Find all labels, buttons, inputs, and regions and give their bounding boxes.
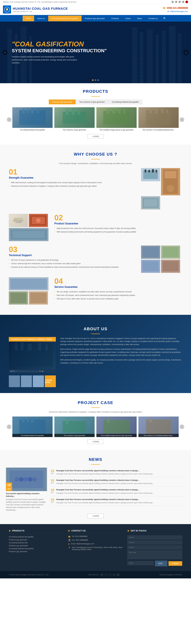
nav-item-news[interactable]: News <box>134 16 145 21</box>
project-prev-arrow[interactable]: ‹ <box>7 424 12 429</box>
news-more-button[interactable]: + MORE <box>87 514 104 518</box>
social-icon-5[interactable]: S <box>185 0 188 3</box>
nav-item-products[interactable]: Products <box>108 16 122 21</box>
product-img-1 <box>54 107 95 128</box>
product-img-2 <box>96 107 137 128</box>
footer-link-3[interactable]: Producer gas generated <box>9 544 64 547</box>
hero-next-arrow[interactable]: › <box>183 50 189 55</box>
hero-dot-1[interactable] <box>92 80 94 81</box>
footer-social-li[interactable]: in <box>113 573 116 576</box>
social-icon-3[interactable]: W <box>178 0 181 3</box>
svg-point-76 <box>28 477 32 482</box>
products-section-title: PRODUCTS <box>6 83 185 95</box>
hero-dot-2[interactable] <box>95 80 96 81</box>
footer-link-4[interactable]: Circulating fluidized bed gasifier <box>9 547 64 550</box>
svg-rect-59 <box>38 343 41 350</box>
products-tab-1[interactable]: Two sections of gas generator <box>76 100 108 104</box>
why-img-4-0 <box>9 277 49 290</box>
project-more-button[interactable]: + MORE <box>87 440 104 444</box>
footer-social-tw[interactable]: t <box>108 573 112 576</box>
project-card-3[interactable]: Two sections of circulating fluidized be… <box>138 416 179 437</box>
form-email-input[interactable] <box>127 545 182 550</box>
project-next-arrow[interactable]: › <box>179 424 184 429</box>
product-card-1[interactable]: Two sections of gas generator <box>54 107 95 132</box>
hero-dot-3[interactable] <box>97 80 99 81</box>
about-video-thumb[interactable] <box>9 342 56 370</box>
news-date-2: 19 SEP <box>51 488 54 494</box>
footer-grid: ◈ PRODUCTS Circulating fluidized bed gas… <box>9 530 182 568</box>
products-separator <box>91 96 100 96</box>
nav-item-producer[interactable]: Producer gas generator <box>82 16 108 21</box>
social-icons: W W W W S <box>171 0 188 3</box>
form-message-input[interactable] <box>127 550 182 559</box>
svg-rect-63 <box>27 419 29 422</box>
nav-item-about[interactable]: About us <box>34 16 48 21</box>
svg-point-75 <box>24 477 28 482</box>
news-feat-desc: Huangtai Coal Gas Furnace successfully s… <box>6 498 47 511</box>
nav-item-cases[interactable]: Cases <box>122 16 134 21</box>
nav-item-home[interactable]: Home <box>23 16 34 21</box>
main-nav: Home About us Circulating fluidized bed … <box>0 15 191 22</box>
logo-area: HUANGTAI COAL GAS FURNACE Coal Gas Furna… <box>3 6 68 14</box>
footer-social-fb[interactable]: f <box>104 573 108 576</box>
news-item-3[interactable]: 19 SEP Huangtai Coal Gas Furnace success… <box>51 496 185 506</box>
svg-rect-52 <box>10 279 47 289</box>
footer-right-links: Technical Support | CHAOYE <box>159 574 182 576</box>
product-label-2: The modified single period of gas genera… <box>96 128 137 132</box>
social-icon-2[interactable]: W <box>175 0 177 3</box>
why-cert-0: QUALITY MANAGEMENT SYSTEM <box>9 214 28 227</box>
product-card-0[interactable]: Circulating fluidized bed gasifier <box>12 107 53 132</box>
form-name-input[interactable] <box>127 536 182 540</box>
top-bar-address: Address: Xi'an Huangtai Coal Gas Furnace… <box>3 1 77 3</box>
why-num-2: 02 <box>54 214 182 222</box>
form-submit-button[interactable]: SUBMIT <box>168 561 182 566</box>
why-subtitle: From product design, manufacture, instal… <box>9 162 182 164</box>
footer-copyright: © 2018 Jinan Huangtai Coal Gas Furnace C… <box>9 574 49 576</box>
why-num-4: 04 <box>54 277 182 285</box>
form-phone-input[interactable] <box>127 540 182 544</box>
product-card-2[interactable]: The modified single period of gas genera… <box>96 107 137 132</box>
why-point-2-1: With advanced testing instruments and te… <box>54 230 182 234</box>
header-phone-row: ☎ 0086-531-88888888 <box>162 6 188 10</box>
why-title-1: Strength Guarantee <box>9 176 137 179</box>
project-card-2[interactable]: The modified single period of gas genera… <box>96 416 137 437</box>
news-item-content-1: Huangtai Coal Gas Furnace successfully s… <box>56 479 185 485</box>
products-icon: ◈ <box>9 530 11 532</box>
nav-search-button[interactable]: 🔍 <box>161 15 168 22</box>
news-section: NEWS 19 S <box>0 450 191 524</box>
products-tab-2[interactable]: Circulating fluidized bed gasifier <box>108 100 142 104</box>
project-card-1[interactable]: Two sections of gas generator <box>54 416 95 437</box>
news-item-content-3: Huangtai Coal Gas Furnace successfully s… <box>56 498 185 504</box>
products-more-button[interactable]: + MORE <box>87 134 104 139</box>
hero-prev-arrow[interactable]: ‹ <box>2 50 8 55</box>
about-video-bar: ◀ 0:00 ──────────────────── 3:24 ▶ <box>9 370 56 373</box>
why-num-1: 01 <box>9 168 137 176</box>
why-block-product: 02 Product Guarantee Eight production li… <box>54 214 182 234</box>
news-feat-img-wrap: 19 SEP <box>6 468 47 491</box>
footer-social-wechat[interactable]: W <box>100 573 103 576</box>
form-verify-input[interactable] <box>127 561 154 565</box>
news-item-2[interactable]: 19 SEP Huangtai Coal Gas Furnace success… <box>51 487 185 496</box>
footer-products-col: ◈ PRODUCTS Circulating fluidized bed gas… <box>9 530 64 568</box>
products-prev-arrow[interactable]: ‹ <box>7 117 12 122</box>
project-card-0[interactable]: Circulating fluidized bed gasifier <box>12 416 53 437</box>
products-next-arrow[interactable]: › <box>179 117 184 122</box>
footer-link-0[interactable]: Circulating fluidized bed gasifier <box>9 536 64 538</box>
footer-link-2[interactable]: Circulating fluidized bed <box>9 541 64 544</box>
news-item-1[interactable]: 19 SEP Huangtai Coal Gas Furnace success… <box>51 477 185 487</box>
social-icon-1[interactable]: W <box>171 0 174 3</box>
product-card-3[interactable]: Two sections of circulating fluidized be… <box>138 107 179 132</box>
products-tab-0[interactable]: Producer gas generator <box>49 100 76 104</box>
footer-social-yt[interactable]: ▶ <box>117 573 120 576</box>
hero-banner: ‹ "COAL GASIFICATION SYSTEM ENGINEERING … <box>0 22 191 83</box>
footer-follow: FOLLOW US: W f t in ▶ <box>88 573 120 576</box>
svg-rect-58 <box>28 344 32 350</box>
news-item-0[interactable]: 19 SEP Huangtai Coal Gas Furnace success… <box>51 468 185 477</box>
footer-link-5[interactable]: Producer gas generator <box>9 550 64 553</box>
nav-item-circulating[interactable]: Circulating fluidized bed gasifier <box>48 16 82 21</box>
footer-link-1[interactable]: Producer gas generator <box>9 538 64 541</box>
about-photo-cta[interactable]: + READ MORE <box>45 376 56 387</box>
social-icon-4[interactable]: W <box>182 0 184 3</box>
nav-item-contact[interactable]: Contact us <box>145 16 161 21</box>
svg-rect-29 <box>149 108 152 113</box>
